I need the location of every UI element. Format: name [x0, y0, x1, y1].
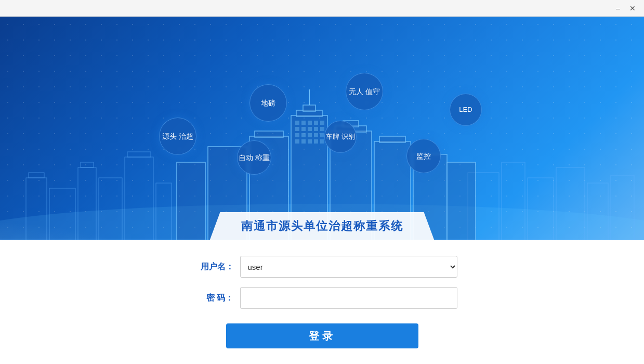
minimize-button[interactable]: – [611, 1, 625, 16]
title-bar: – ✕ [0, 0, 644, 17]
username-select[interactable]: user admin [240, 256, 457, 278]
password-row: 密 码： [187, 287, 457, 309]
bubble-jiankong: 监控 [406, 139, 441, 173]
bubble-wuren: 无人 值守 [346, 73, 383, 110]
system-title-banner: 南通市源头单位治超称重系统 [210, 212, 435, 240]
password-input[interactable] [240, 287, 457, 309]
main-window: – ✕ 地磅无人 值守LED源头 治超自动 称重车牌 识别监控 [0, 0, 644, 364]
username-row: 用户名： user admin [187, 256, 457, 278]
hero-banner: 地磅无人 值守LED源头 治超自动 称重车牌 识别监控 [0, 17, 644, 240]
bubble-yuantou: 源头 治超 [159, 118, 196, 155]
close-button[interactable]: ✕ [625, 1, 640, 16]
password-label: 密 码： [187, 293, 234, 304]
float-labels: 地磅无人 值守LED源头 治超自动 称重车牌 识别监控 [0, 17, 644, 240]
system-title-text: 南通市源头单位治超称重系统 [241, 219, 403, 232]
login-area: 用户名： user admin 密 码： 登录 [0, 240, 644, 364]
bubble-led: LED [450, 94, 482, 126]
bubble-chipai: 车牌 识别 [324, 121, 357, 153]
bubble-dimaopan: 地磅 [249, 84, 287, 122]
bubble-zidong: 自动 称重 [237, 140, 271, 175]
username-label: 用户名： [187, 262, 234, 272]
login-button[interactable]: 登录 [226, 323, 418, 348]
